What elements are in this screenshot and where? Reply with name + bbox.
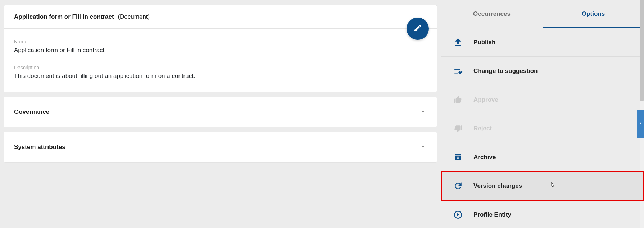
profile-entity-icon xyxy=(449,210,467,219)
name-value: Application form or Fill in contract xyxy=(14,47,427,54)
option-archive-label: Archive xyxy=(473,154,496,161)
pencil-icon xyxy=(413,24,422,34)
option-profile-entity-label: Profile Entity xyxy=(473,211,511,218)
option-approve: Approve xyxy=(441,85,644,114)
option-approve-label: Approve xyxy=(473,96,498,103)
chevron-down-icon xyxy=(419,108,427,116)
sidebar: Occurrences Options Publish Change to su… xyxy=(441,0,644,228)
edit-button[interactable] xyxy=(407,18,429,40)
description-value: This document is about filling out an ap… xyxy=(14,73,427,80)
document-type: (Document) xyxy=(118,13,150,20)
option-publish[interactable]: Publish xyxy=(441,28,644,57)
options-list: Publish Change to suggestion Approve Rej… xyxy=(441,28,644,228)
details-card: Application form or Fill in contract (Do… xyxy=(4,5,437,92)
option-publish-label: Publish xyxy=(473,39,495,46)
governance-accordion[interactable]: Governance xyxy=(4,97,437,127)
system-attributes-accordion[interactable]: System attributes xyxy=(4,132,437,163)
option-change-suggestion-label: Change to suggestion xyxy=(473,68,538,75)
tab-occurrences-label: Occurrences xyxy=(473,10,511,18)
option-archive[interactable]: Archive xyxy=(441,143,644,172)
description-label: Description xyxy=(14,65,427,70)
option-version-changes[interactable]: Version changes xyxy=(441,172,644,200)
system-attributes-title: System attributes xyxy=(14,144,65,151)
cursor-pointer-icon xyxy=(549,181,555,191)
option-profile-entity[interactable]: Profile Entity xyxy=(441,200,644,228)
chevron-right-icon xyxy=(639,120,642,127)
option-change-suggestion[interactable]: Change to suggestion xyxy=(441,57,644,85)
option-reject-label: Reject xyxy=(473,125,492,132)
main-content: Application form or Fill in contract (Do… xyxy=(0,0,441,228)
suggestion-icon xyxy=(449,66,467,76)
governance-title: Governance xyxy=(14,108,49,116)
collapse-sidebar-button[interactable] xyxy=(637,110,644,138)
chevron-down-icon xyxy=(419,143,427,152)
tab-occurrences[interactable]: Occurrences xyxy=(441,0,543,28)
thumbs-down-icon xyxy=(449,124,467,133)
tab-options-label: Options xyxy=(582,10,605,18)
tab-options[interactable]: Options xyxy=(543,0,644,28)
option-reject: Reject xyxy=(441,114,644,143)
publish-icon xyxy=(449,38,467,47)
svg-rect-0 xyxy=(455,45,461,46)
scrollbar-thumb[interactable] xyxy=(640,0,644,101)
card-header: Application form or Fill in contract (Do… xyxy=(4,5,437,29)
archive-icon xyxy=(449,153,467,162)
card-body: Name Application form or Fill in contrac… xyxy=(4,29,437,92)
document-title: Application form or Fill in contract xyxy=(14,13,114,20)
name-label: Name xyxy=(14,39,427,45)
sidebar-tabs: Occurrences Options xyxy=(441,0,644,28)
version-changes-icon xyxy=(449,181,467,191)
thumbs-up-icon xyxy=(449,95,467,104)
option-version-changes-label: Version changes xyxy=(473,182,522,190)
